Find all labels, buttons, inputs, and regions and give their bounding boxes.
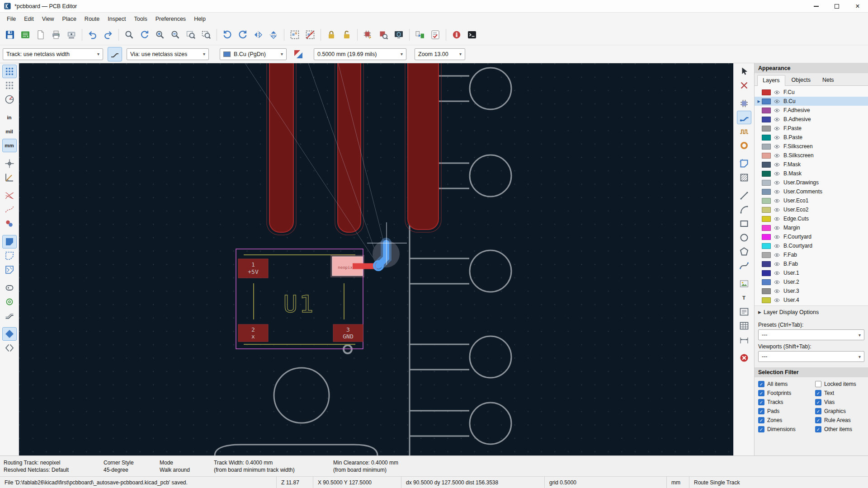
layer-visibility-eye-icon[interactable] [774,116,780,123]
layer-visibility-eye-icon[interactable] [774,297,780,304]
textbox-tool-button[interactable] [737,305,751,319]
layer-visibility-eye-icon[interactable] [774,206,780,213]
filter-graphics[interactable]: ✓Graphics [815,408,864,414]
checkbox[interactable]: ✓ [815,408,821,414]
layer-visibility-eye-icon[interactable] [774,143,780,150]
layer-row-f-silkscreen[interactable]: F.Silkscreen [755,142,868,151]
via-size-combo[interactable]: Via: use netclass sizes▾ [127,48,209,60]
place-via-tool-button[interactable] [737,139,751,152]
minimize-button[interactable] [806,0,826,12]
filter-footprints[interactable]: ✓Footprints [758,390,813,396]
tab-nets[interactable]: Nets [817,75,840,85]
close-button[interactable]: × [847,0,868,12]
units-inches-button[interactable]: in [2,111,17,124]
filter-all-items[interactable]: ✓All items [758,381,813,387]
tab-layers[interactable]: Layers [757,75,785,86]
unlock-button[interactable] [340,28,354,42]
zone-display-outline-button[interactable] [2,249,17,263]
track-posture-button[interactable] [108,47,122,61]
layer-color-swatch[interactable] [762,189,771,195]
filter-locked-items[interactable]: Locked items [815,381,864,387]
filter-dimensions[interactable]: ✓Dimensions [758,426,813,432]
layer-visibility-eye-icon[interactable] [774,252,780,258]
filter-rule-areas[interactable]: ✓Rule Areas [815,417,864,423]
flip-board-view-button[interactable] [2,341,17,355]
rotate-ccw-button[interactable] [220,28,235,42]
zoom-in-button[interactable] [153,28,167,42]
layer-visibility-eye-icon[interactable] [774,134,780,141]
layer-color-swatch[interactable] [762,279,771,285]
bezier-tool-button[interactable] [737,259,751,272]
layer-visibility-eye-icon[interactable] [774,188,780,195]
high-contrast-mode-button[interactable] [2,327,17,341]
arc-tool-button[interactable] [737,203,751,216]
zoom-out-button[interactable] [168,28,183,42]
layer-row-f-mask[interactable]: F.Mask [755,160,868,169]
zone-tool-button[interactable] [737,157,751,170]
grid-combo[interactable]: 0.5000 mm (19.69 mils)▾ [314,48,406,60]
layer-visibility-eye-icon[interactable] [774,179,780,186]
flip-horizontal-button[interactable] [251,28,265,42]
checkbox[interactable]: ✓ [815,399,821,405]
polygon-tool-button[interactable] [737,245,751,258]
menu-place[interactable]: Place [58,14,80,24]
filter-pads[interactable]: ✓Pads [758,408,813,414]
layer-row-user-1[interactable]: User.1 [755,268,868,277]
layer-color-swatch[interactable] [762,261,771,267]
mirror-button[interactable] [266,28,281,42]
layer-row-b-silkscreen[interactable]: B.Silkscreen [755,151,868,160]
pad-3[interactable]: 3 GND [333,324,363,342]
zone-display-filled-button[interactable] [2,235,17,249]
layer-row-b-mask[interactable]: B.Mask [755,169,868,178]
layer-visibility-eye-icon[interactable] [774,89,780,96]
show-grid-button[interactable] [2,65,17,78]
footprint-editor-button[interactable] [361,28,375,42]
select-tool-button[interactable] [737,65,751,78]
layer-visibility-eye-icon[interactable] [774,216,780,222]
filter-other-items[interactable]: ✓Other items [815,426,864,432]
checkbox[interactable]: ✓ [815,426,821,432]
layer-visibility-eye-icon[interactable] [774,152,780,159]
dimension-tool-button[interactable] [737,333,751,347]
layer-row-f-fab[interactable]: F.Fab [755,250,868,259]
layer-color-swatch[interactable] [762,234,771,240]
print-button[interactable] [49,28,63,42]
reference-designator[interactable]: U1 [283,291,316,318]
rectangle-tool-button[interactable] [737,217,751,230]
checkbox[interactable]: ✓ [758,381,764,387]
units-mils-button[interactable]: mil [2,125,17,138]
filter-tracks[interactable]: ✓Tracks [758,399,813,405]
filter-text[interactable]: ✓Text [815,390,864,396]
rotate-cw-button[interactable] [236,28,250,42]
checkbox[interactable]: ✓ [758,426,764,432]
update-pcb-from-schematic-button[interactable] [413,28,427,42]
copper-traces[interactable] [267,63,441,235]
layer-color-swatch[interactable] [762,243,771,249]
presets-combo[interactable]: ---▾ [758,329,864,340]
menu-help[interactable]: Help [190,14,210,24]
ungroup-button[interactable] [303,28,317,42]
layer-row-user-comments[interactable]: User.Comments [755,187,868,196]
layer-visibility-eye-icon[interactable] [774,170,780,177]
delete-tool-button[interactable] [737,351,751,365]
lock-button[interactable] [324,28,339,42]
layer-visibility-eye-icon[interactable] [774,161,780,168]
menu-view[interactable]: View [38,14,58,24]
refresh-view-button[interactable] [137,28,152,42]
layer-color-swatch[interactable] [762,198,771,204]
menu-tools[interactable]: Tools [130,14,151,24]
layer-color-swatch[interactable] [762,297,771,303]
reference-image-tool-button[interactable] [737,277,751,291]
redo-button[interactable] [101,28,115,42]
layer-visibility-eye-icon[interactable] [774,243,780,249]
layer-row-user-2[interactable]: User.2 [755,277,868,286]
layer-row-user-4[interactable]: User.4 [755,296,868,305]
layer-row-user-eco1[interactable]: User.Eco1 [755,196,868,205]
layer-row-b-paste[interactable]: B.Paste [755,133,868,142]
checkbox[interactable]: ✓ [815,390,821,396]
layer-visibility-eye-icon[interactable] [774,261,780,267]
scripting-console-button[interactable] [465,28,479,42]
polar-coordinates-button[interactable] [2,93,17,106]
layer-color-swatch[interactable] [762,117,771,122]
layer-color-swatch[interactable] [762,207,771,213]
